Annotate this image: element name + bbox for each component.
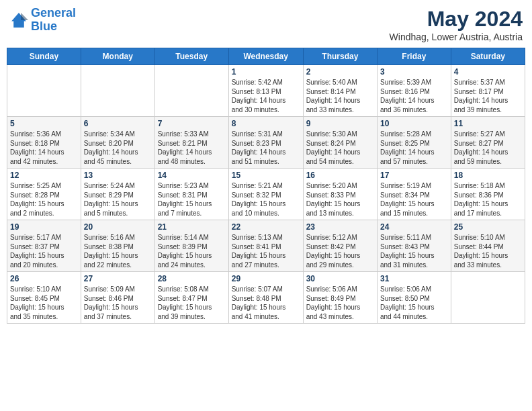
day-info: Sunrise: 5:20 AM Sunset: 8:33 PM Dayligh… [306,181,374,218]
calendar-cell: 2Sunrise: 5:40 AM Sunset: 8:14 PM Daylig… [303,65,377,117]
day-info: Sunrise: 5:06 AM Sunset: 8:49 PM Dayligh… [306,285,374,321]
day-info: Sunrise: 5:42 AM Sunset: 8:13 PM Dayligh… [232,78,300,114]
day-info: Sunrise: 5:19 AM Sunset: 8:34 PM Dayligh… [380,181,448,218]
day-info: Sunrise: 5:36 AM Sunset: 8:18 PM Dayligh… [10,130,78,166]
day-number: 13 [84,171,152,180]
calendar-cell: 28Sunrise: 5:08 AM Sunset: 8:47 PM Dayli… [154,272,228,324]
calendar-cell: 27Sunrise: 5:09 AM Sunset: 8:46 PM Dayli… [81,272,154,324]
calendar-cell [451,272,525,324]
calendar-cell [7,65,81,117]
calendar-cell: 14Sunrise: 5:23 AM Sunset: 8:31 PM Dayli… [154,169,228,220]
day-info: Sunrise: 5:34 AM Sunset: 8:20 PM Dayligh… [84,130,152,166]
calendar-cell: 29Sunrise: 5:07 AM Sunset: 8:48 PM Dayli… [228,272,303,324]
calendar-cell: 17Sunrise: 5:19 AM Sunset: 8:34 PM Dayli… [377,169,451,220]
week-row-5: 26Sunrise: 5:10 AM Sunset: 8:45 PM Dayli… [7,272,525,324]
calendar-cell: 1Sunrise: 5:42 AM Sunset: 8:13 PM Daylig… [228,65,303,117]
month-title: May 2024 [390,7,523,32]
logo: General Blue [9,7,76,34]
calendar-cell: 25Sunrise: 5:10 AM Sunset: 8:44 PM Dayli… [451,220,525,272]
day-info: Sunrise: 5:07 AM Sunset: 8:48 PM Dayligh… [232,285,300,321]
week-row-1: 1Sunrise: 5:42 AM Sunset: 8:13 PM Daylig… [7,65,525,117]
day-number: 8 [232,119,300,128]
day-number: 9 [306,119,374,128]
calendar-cell: 26Sunrise: 5:10 AM Sunset: 8:45 PM Dayli… [7,272,81,324]
day-number: 6 [84,119,152,128]
day-number: 23 [306,222,374,232]
calendar-cell [154,65,228,117]
calendar-cell: 12Sunrise: 5:25 AM Sunset: 8:28 PM Dayli… [7,169,81,220]
calendar-cell: 31Sunrise: 5:06 AM Sunset: 8:50 PM Dayli… [377,272,451,324]
day-number: 19 [10,222,78,232]
title-block: May 2024 Windhag, Lower Austria, Austria [390,7,523,42]
day-number: 27 [84,274,152,283]
calendar-cell [81,65,154,117]
day-number: 21 [158,222,226,232]
page-header: General Blue May 2024 Windhag, Lower Aus… [7,7,525,42]
day-info: Sunrise: 5:17 AM Sunset: 8:37 PM Dayligh… [10,233,78,269]
calendar-cell: 8Sunrise: 5:31 AM Sunset: 8:23 PM Daylig… [228,117,303,169]
day-number: 14 [158,171,226,180]
day-info: Sunrise: 5:23 AM Sunset: 8:31 PM Dayligh… [158,181,226,218]
calendar-cell: 13Sunrise: 5:24 AM Sunset: 8:29 PM Dayli… [81,169,154,220]
weekday-header-sunday: Sunday [7,48,81,65]
day-number: 10 [380,119,448,128]
day-info: Sunrise: 5:10 AM Sunset: 8:45 PM Dayligh… [10,285,78,321]
weekday-header-saturday: Saturday [451,48,525,65]
calendar-cell: 22Sunrise: 5:13 AM Sunset: 8:41 PM Dayli… [228,220,303,272]
day-number: 7 [158,119,226,128]
week-row-4: 19Sunrise: 5:17 AM Sunset: 8:37 PM Dayli… [7,220,525,272]
day-info: Sunrise: 5:21 AM Sunset: 8:32 PM Dayligh… [232,181,300,218]
calendar-cell: 3Sunrise: 5:39 AM Sunset: 8:16 PM Daylig… [377,65,451,117]
day-info: Sunrise: 5:28 AM Sunset: 8:25 PM Dayligh… [380,130,448,166]
day-number: 28 [158,274,226,283]
calendar-cell: 15Sunrise: 5:21 AM Sunset: 8:32 PM Dayli… [228,169,303,220]
day-info: Sunrise: 5:30 AM Sunset: 8:24 PM Dayligh… [306,130,374,166]
day-number: 15 [232,171,300,180]
day-info: Sunrise: 5:40 AM Sunset: 8:14 PM Dayligh… [306,78,374,114]
calendar-table: SundayMondayTuesdayWednesdayThursdayFrid… [7,48,525,324]
weekday-header-row: SundayMondayTuesdayWednesdayThursdayFrid… [7,48,525,65]
day-number: 12 [10,171,78,180]
day-info: Sunrise: 5:10 AM Sunset: 8:44 PM Dayligh… [454,233,522,269]
day-info: Sunrise: 5:25 AM Sunset: 8:28 PM Dayligh… [10,181,78,218]
location-subtitle: Windhag, Lower Austria, Austria [390,32,523,42]
day-number: 31 [380,274,448,283]
day-info: Sunrise: 5:33 AM Sunset: 8:21 PM Dayligh… [158,130,226,166]
day-number: 25 [454,222,522,232]
day-number: 16 [306,171,374,180]
day-number: 29 [232,274,300,283]
day-info: Sunrise: 5:12 AM Sunset: 8:42 PM Dayligh… [306,233,374,269]
day-number: 4 [454,67,522,77]
calendar-cell: 24Sunrise: 5:11 AM Sunset: 8:43 PM Dayli… [377,220,451,272]
day-number: 20 [84,222,152,232]
day-number: 26 [10,274,78,283]
week-row-2: 5Sunrise: 5:36 AM Sunset: 8:18 PM Daylig… [7,117,525,169]
weekday-header-monday: Monday [81,48,154,65]
weekday-header-thursday: Thursday [303,48,377,65]
weekday-header-wednesday: Wednesday [228,48,303,65]
calendar-cell: 21Sunrise: 5:14 AM Sunset: 8:39 PM Dayli… [154,220,228,272]
calendar-cell: 4Sunrise: 5:37 AM Sunset: 8:17 PM Daylig… [451,65,525,117]
day-number: 11 [454,119,522,128]
logo-text: General Blue [31,7,76,34]
calendar-cell: 6Sunrise: 5:34 AM Sunset: 8:20 PM Daylig… [81,117,154,169]
day-number: 30 [306,274,374,283]
day-info: Sunrise: 5:14 AM Sunset: 8:39 PM Dayligh… [158,233,226,269]
svg-marker-1 [21,13,28,20]
calendar-cell: 7Sunrise: 5:33 AM Sunset: 8:21 PM Daylig… [154,117,228,169]
calendar-cell: 11Sunrise: 5:27 AM Sunset: 8:27 PM Dayli… [451,117,525,169]
day-number: 18 [454,171,522,180]
day-info: Sunrise: 5:16 AM Sunset: 8:38 PM Dayligh… [84,233,152,269]
calendar-cell: 20Sunrise: 5:16 AM Sunset: 8:38 PM Dayli… [81,220,154,272]
weekday-header-tuesday: Tuesday [154,48,228,65]
week-row-3: 12Sunrise: 5:25 AM Sunset: 8:28 PM Dayli… [7,169,525,220]
day-info: Sunrise: 5:11 AM Sunset: 8:43 PM Dayligh… [380,233,448,269]
calendar-cell: 23Sunrise: 5:12 AM Sunset: 8:42 PM Dayli… [303,220,377,272]
calendar-cell: 9Sunrise: 5:30 AM Sunset: 8:24 PM Daylig… [303,117,377,169]
logo-icon [9,11,28,30]
day-number: 1 [232,67,300,77]
day-info: Sunrise: 5:06 AM Sunset: 8:50 PM Dayligh… [380,285,448,321]
day-info: Sunrise: 5:08 AM Sunset: 8:47 PM Dayligh… [158,285,226,321]
weekday-header-friday: Friday [377,48,451,65]
calendar-cell: 30Sunrise: 5:06 AM Sunset: 8:49 PM Dayli… [303,272,377,324]
